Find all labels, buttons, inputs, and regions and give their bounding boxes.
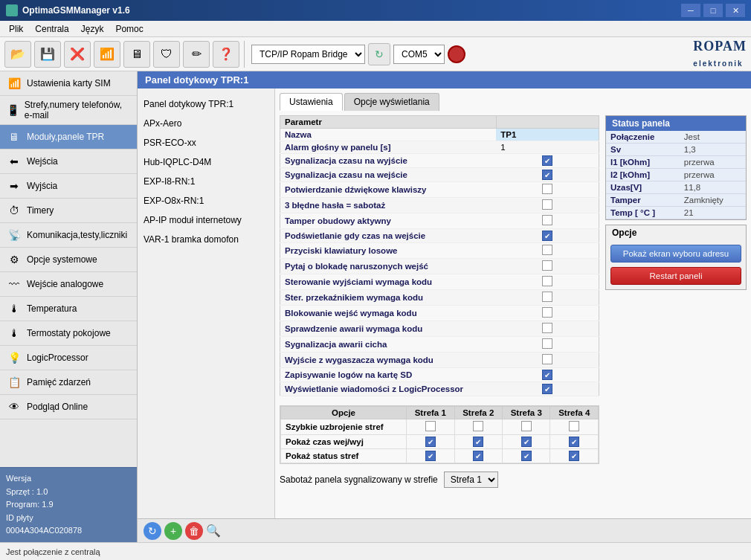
bottom-s2-2[interactable]: ✔ (454, 449, 502, 463)
tree-item-2[interactable]: PSR-ECO-xx (144, 133, 268, 152)
table-row: Ster. przekaźnikiem wymaga kodu (280, 290, 599, 306)
param-check-16[interactable]: ✔ (496, 368, 599, 382)
maximize-button[interactable]: □ (703, 4, 723, 17)
param-check-6[interactable] (496, 213, 599, 229)
close-button[interactable]: ✕ (726, 4, 745, 17)
param-value-1[interactable]: 1 (496, 141, 599, 154)
system-icon: ⚙ (6, 251, 22, 268)
bottom-s3-0[interactable] (503, 419, 550, 435)
events-icon: 📋 (6, 374, 22, 390)
sidebar-item-comm[interactable]: 📡 Komunikacja,testy,liczniki (0, 223, 137, 248)
tree-item-3[interactable]: Hub-IQPLC-D4M (144, 152, 268, 172)
sidebar-item-logic[interactable]: 💡 LogicProcessor (0, 346, 137, 370)
sim-icon: 📶 (6, 75, 22, 91)
param-check-4[interactable] (496, 182, 599, 198)
menu-plik[interactable]: Plik (3, 22, 29, 36)
sabotage-select[interactable]: Strefa 1 Strefa 2 Strefa 3 Strefa 4 (444, 472, 498, 488)
table-row: Sprawdzenie awarii wymaga kodu (280, 321, 599, 337)
sidebar-item-analog[interactable]: 〰 Wejście analogowe (0, 272, 137, 297)
bottom-s4-1[interactable]: ✔ (550, 435, 599, 449)
sidebar-item-events[interactable]: 📋 Pamięć zdarzeń (0, 370, 137, 395)
col-strefa1: Strefa 1 (407, 407, 454, 419)
minimize-button[interactable]: ─ (681, 4, 700, 17)
sidebar-item-online[interactable]: 👁 Podgląd Online (0, 395, 137, 419)
refresh-bottom-button[interactable]: ↻ (144, 522, 161, 540)
status-row: Sv 1,3 (606, 144, 746, 156)
tree-item-1[interactable]: APx-Aero (144, 114, 268, 133)
tab-display[interactable]: Opcje wyświetlania (344, 93, 439, 111)
param-check-14[interactable] (496, 337, 599, 353)
bottom-table-row: Pokaż status stref ✔ ✔ ✔ ✔ (281, 449, 599, 463)
title-bar-controls: ─ □ ✕ (681, 4, 745, 17)
sidebar-item-temp[interactable]: 🌡 Temperatura (0, 297, 137, 321)
bottom-s1-0[interactable] (407, 419, 454, 435)
shield-button[interactable]: 🛡 (153, 41, 180, 68)
tree-item-4[interactable]: EXP-I8-RN:1 (144, 172, 268, 191)
tree-item-0[interactable]: Panel dotykowy TPR:1 (144, 94, 268, 114)
param-check-2[interactable]: ✔ (496, 154, 599, 168)
bottom-s3-1[interactable]: ✔ (503, 435, 550, 449)
param-check-10[interactable] (496, 274, 599, 290)
param-check-3[interactable]: ✔ (496, 168, 599, 182)
module-button[interactable]: 🖥 (123, 41, 150, 68)
sidebar-item-phone[interactable]: 📱 Strefy,numery telefonów, e-mail (0, 96, 137, 125)
refresh-button[interactable]: ↻ (368, 43, 390, 65)
table-row: Przyciski klawiatury losowe (280, 243, 599, 259)
param-check-13[interactable] (496, 321, 599, 337)
param-check-17[interactable]: ✔ (496, 382, 599, 396)
sidebar: 📶 Ustawienia karty SIM 📱 Strefy,numery t… (0, 71, 138, 542)
param-check-15[interactable] (496, 353, 599, 368)
help-button[interactable]: ❓ (213, 41, 239, 68)
menu-jezyk[interactable]: Język (75, 22, 110, 36)
sidebar-item-inputs[interactable]: ⬅ Wejścia (0, 149, 137, 174)
bottom-s1-2[interactable]: ✔ (407, 449, 454, 463)
menu-centrala[interactable]: Centrala (29, 22, 74, 36)
bottom-s4-2[interactable]: ✔ (550, 449, 599, 463)
search-button[interactable]: 🔍 (206, 524, 221, 538)
sidebar-item-outputs[interactable]: ➡ Wyjścia (0, 174, 137, 199)
sidebar-item-thermostat[interactable]: 🌡 Termostaty pokojowe (0, 321, 137, 346)
sidebar-item-timers[interactable]: ⏱ Timery (0, 199, 137, 223)
bottom-s3-2[interactable]: ✔ (503, 449, 550, 463)
param-check-9[interactable] (496, 259, 599, 274)
bottom-s4-0[interactable] (550, 419, 599, 435)
bottom-table-row: Szybkie uzbrojenie stref (281, 419, 599, 435)
delete-button[interactable]: 🗑 (185, 522, 203, 540)
tree-item-5[interactable]: EXP-O8x-RN:1 (144, 191, 268, 210)
param-check-11[interactable] (496, 290, 599, 306)
param-check-12[interactable] (496, 306, 599, 321)
param-name-8: Przyciski klawiatury losowe (280, 243, 497, 259)
save-button[interactable]: 💾 (34, 41, 61, 68)
connection-select[interactable]: TCP/IP Ropam Bridge (251, 45, 365, 64)
signal-button[interactable]: 📶 (94, 41, 120, 68)
restart-panel-button[interactable]: Restart paneli (610, 267, 741, 285)
show-address-screen-button[interactable]: Pokaż ekran wyboru adresu (610, 245, 741, 263)
param-check-7[interactable]: ✔ (496, 229, 599, 243)
add-button[interactable]: + (164, 522, 182, 540)
com-select[interactable]: COM5 (393, 45, 445, 64)
tree-item-6[interactable]: AP-IP moduł internetowy (144, 210, 268, 230)
tab-settings[interactable]: Ustawienia (280, 93, 343, 111)
bottom-s1-1[interactable]: ✔ (407, 435, 454, 449)
sidebar-item-sim[interactable]: 📶 Ustawienia karty SIM (0, 71, 137, 96)
table-row: Sygnalizacja czasu na wyjście ✔ (280, 154, 599, 168)
open-button[interactable]: 📂 (4, 41, 31, 68)
sidebar-item-modules[interactable]: 🖥 Moduły,panele TPR (0, 125, 137, 149)
param-check-8[interactable] (496, 243, 599, 259)
settings-table-wrapper: Parametr Nazwa TP1 Alarm głośny w panelu… (280, 115, 747, 514)
sidebar-label-logic: LogicProcessor (27, 353, 88, 363)
cancel-button[interactable]: ❌ (64, 41, 91, 68)
menu-pomoc[interactable]: Pomoc (109, 22, 149, 36)
bottom-s2-0[interactable] (454, 419, 502, 435)
tree-item-7[interactable]: VAR-1 bramka domofon (144, 230, 268, 249)
write-button[interactable]: ✏ (183, 41, 210, 68)
sidebar-label-inputs: Wejścia (27, 156, 58, 167)
online-icon: 👁 (6, 399, 22, 415)
param-check-5[interactable] (496, 198, 599, 213)
table-row: Nazwa TP1 (280, 129, 599, 141)
panel-header-title: Panel dotykowy TPR:1 (145, 74, 248, 86)
sidebar-item-system[interactable]: ⚙ Opcje systemowe (0, 248, 137, 272)
param-value-0[interactable]: TP1 (496, 129, 599, 141)
bottom-s2-1[interactable]: ✔ (454, 435, 502, 449)
param-name-0: Nazwa (280, 129, 497, 141)
